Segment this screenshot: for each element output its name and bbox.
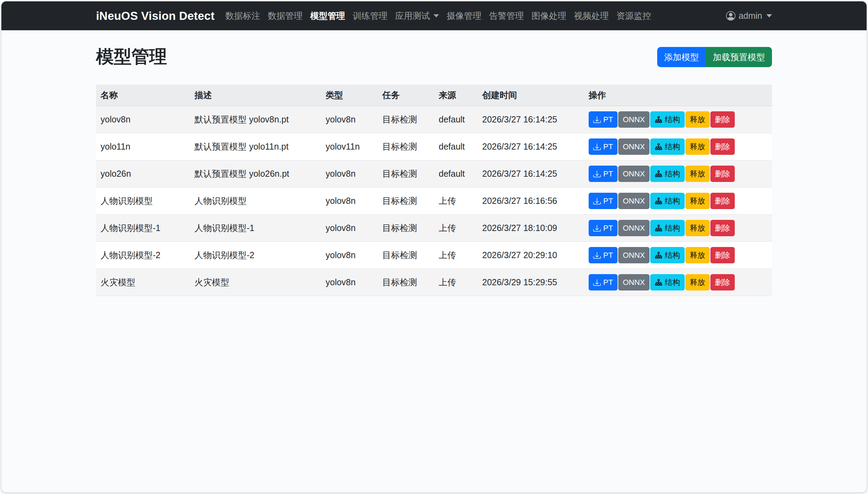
nav-item-1[interactable]: 数据管理 (264, 10, 306, 22)
nav-menu: 数据标注 数据管理 模型管理 训练管理 应用测试 摄像管理 告警管理 图像处理 … (222, 10, 726, 22)
export-onnx-button[interactable]: ONNX (618, 247, 650, 263)
download-pt-button[interactable]: PT (589, 274, 618, 290)
cell-name: 人物识别模型 (96, 188, 190, 215)
view-structure-button[interactable]: 结构 (650, 138, 685, 155)
page-header: 模型管理 添加模型 加载预置模型 (96, 45, 772, 69)
cell-name: 人物识别模型-2 (96, 242, 190, 269)
cell-name: yolo26n (96, 160, 190, 188)
table-header-row: 名称描述类型任务来源创建时间操作 (96, 85, 772, 106)
nav-item-label: 视频处理 (574, 10, 609, 22)
table-row: 火灾模型 火灾模型 yolov8n 目标检测 上传 2026/3/29 15:2… (96, 269, 772, 296)
view-structure-button[interactable]: 结构 (650, 111, 685, 128)
delete-button[interactable]: 删除 (710, 193, 735, 209)
cell-task: 目标检测 (378, 242, 434, 269)
row-action-group: PT ONNX 结构 (589, 166, 767, 182)
user-menu[interactable]: admin (726, 11, 772, 21)
page-title: 模型管理 (96, 45, 167, 69)
export-onnx-button[interactable]: ONNX (618, 274, 650, 290)
cell-description: 默认预置模型 yolov8n.pt (190, 106, 321, 133)
release-button[interactable]: 释放 (685, 274, 710, 290)
nav-item-label: 数据标注 (225, 10, 260, 22)
nav-item-5[interactable]: 摄像管理 (443, 10, 485, 22)
nav-item-label: 训练管理 (353, 10, 388, 22)
column-header-3: 任务 (378, 85, 434, 106)
add-model-button[interactable]: 添加模型 (657, 47, 706, 67)
release-label: 释放 (690, 197, 705, 205)
export-onnx-button[interactable]: ONNX (618, 166, 650, 182)
export-onnx-button[interactable]: ONNX (618, 111, 650, 128)
main-content: 模型管理 添加模型 加载预置模型 名称描述类型任务来源创建时间操作 yolov8… (96, 45, 772, 296)
top-navbar: iNeuOS Vision Detect 数据标注 数据管理 模型管理 训练管理… (1, 1, 867, 30)
cell-name: 人物识别模型-1 (96, 215, 190, 242)
cell-actions: PT ONNX 结构 (584, 242, 772, 269)
view-structure-button[interactable]: 结构 (650, 274, 685, 290)
release-label: 释放 (690, 143, 705, 151)
nav-item-2[interactable]: 模型管理 (306, 10, 349, 22)
release-button[interactable]: 释放 (685, 111, 710, 128)
cell-created-time: 2026/3/27 16:14:25 (478, 160, 584, 188)
cell-name: yolo11n (96, 133, 190, 160)
column-header-1: 描述 (190, 85, 321, 106)
nav-item-6[interactable]: 告警管理 (485, 10, 528, 22)
download-pt-button[interactable]: PT (589, 193, 618, 209)
cell-type: yolov8n (321, 106, 378, 133)
app-brand[interactable]: iNeuOS Vision Detect (96, 9, 215, 23)
column-header-5: 创建时间 (478, 85, 584, 106)
cell-task: 目标检测 (378, 188, 434, 215)
cell-created-time: 2026/3/27 16:16:56 (478, 188, 584, 215)
release-button[interactable]: 释放 (685, 138, 710, 155)
export-onnx-button[interactable]: ONNX (618, 138, 650, 155)
release-button[interactable]: 释放 (685, 247, 710, 263)
download-icon (593, 170, 601, 178)
download-pt-button[interactable]: PT (589, 247, 618, 263)
pt-label: PT (603, 116, 613, 124)
cell-task: 目标检测 (378, 269, 434, 296)
cell-actions: PT ONNX 结构 (584, 160, 772, 188)
view-structure-button[interactable]: 结构 (650, 193, 685, 209)
view-structure-button[interactable]: 结构 (650, 220, 685, 236)
delete-label: 删除 (715, 224, 730, 232)
delete-button[interactable]: 删除 (710, 220, 735, 236)
row-action-group: PT ONNX 结构 (589, 247, 767, 263)
nav-item-label: 资源监控 (616, 10, 651, 22)
cell-actions: PT ONNX 结构 (584, 133, 772, 160)
view-structure-button[interactable]: 结构 (650, 166, 685, 182)
delete-button[interactable]: 删除 (710, 138, 735, 155)
nav-item-label: 模型管理 (310, 10, 345, 22)
release-button[interactable]: 释放 (685, 166, 710, 182)
view-structure-button[interactable]: 结构 (650, 247, 685, 263)
export-onnx-button[interactable]: ONNX (618, 193, 650, 209)
delete-button[interactable]: 删除 (710, 247, 735, 263)
onnx-label: ONNX (623, 252, 645, 259)
download-pt-button[interactable]: PT (589, 138, 618, 155)
release-label: 释放 (690, 224, 705, 232)
export-onnx-button[interactable]: ONNX (618, 220, 650, 236)
release-button[interactable]: 释放 (685, 193, 710, 209)
release-button[interactable]: 释放 (685, 220, 710, 236)
nav-item-9[interactable]: 资源监控 (613, 10, 655, 22)
download-pt-button[interactable]: PT (589, 220, 618, 236)
download-pt-button[interactable]: PT (589, 111, 618, 128)
row-action-group: PT ONNX 结构 (589, 220, 767, 236)
delete-button[interactable]: 删除 (710, 111, 735, 128)
cell-actions: PT ONNX 结构 (584, 269, 772, 296)
structure-label: 结构 (665, 224, 680, 232)
delete-button[interactable]: 删除 (710, 166, 735, 182)
nav-item-8[interactable]: 视频处理 (570, 10, 613, 22)
nav-item-4[interactable]: 应用测试 (391, 10, 443, 22)
load-preset-model-button[interactable]: 加载预置模型 (706, 47, 772, 67)
nav-item-0[interactable]: 数据标注 (222, 10, 264, 22)
structure-label: 结构 (665, 252, 680, 259)
delete-button[interactable]: 删除 (710, 274, 735, 290)
nav-item-3[interactable]: 训练管理 (349, 10, 391, 22)
download-pt-button[interactable]: PT (589, 166, 618, 182)
cell-created-time: 2026/3/27 16:14:25 (478, 106, 584, 133)
pt-label: PT (603, 252, 613, 259)
cell-type: yolov8n (321, 242, 378, 269)
column-header-0: 名称 (96, 85, 190, 106)
diagram-icon (655, 224, 662, 232)
nav-item-7[interactable]: 图像处理 (528, 10, 570, 22)
person-circle-icon (726, 11, 739, 21)
onnx-label: ONNX (623, 170, 645, 178)
table-row: yolov8n 默认预置模型 yolov8n.pt yolov8n 目标检测 d… (96, 106, 772, 133)
